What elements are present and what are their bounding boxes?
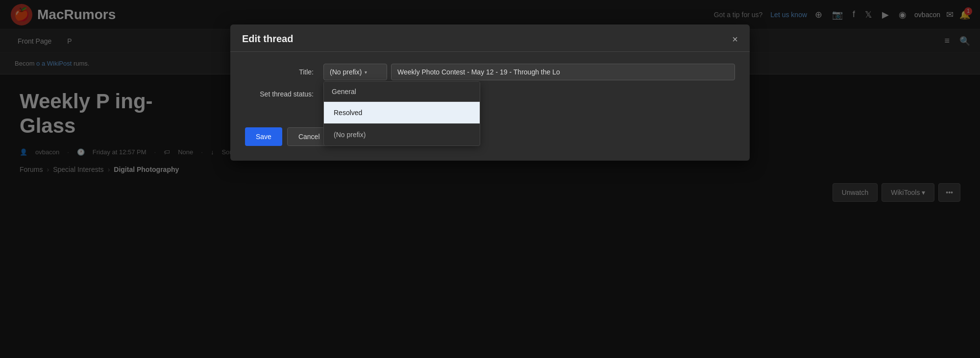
modal-body: Title: (No prefix) ▾ General Resolved (N… (230, 52, 750, 119)
modal-header: Edit thread × (230, 24, 750, 52)
edit-thread-modal: Edit thread × Title: (No prefix) ▾ Gener… (230, 24, 750, 161)
dropdown-general-header: General (324, 82, 480, 102)
modal-close-button[interactable]: × (732, 34, 738, 44)
prefix-arrow-icon: ▾ (365, 70, 367, 75)
prefix-dropdown-menu: General Resolved (No prefix) (323, 81, 480, 146)
status-form-row: Set thread status: (245, 90, 735, 98)
save-button[interactable]: Save (245, 127, 282, 146)
modal-footer: Save Cancel (230, 119, 750, 146)
modal-title: Edit thread (242, 33, 293, 45)
title-label: Title: (245, 68, 323, 76)
prefix-dropdown[interactable]: (No prefix) ▾ General Resolved (No prefi… (323, 64, 387, 80)
status-label: Set thread status: (245, 90, 323, 98)
prefix-value: (No prefix) (330, 68, 362, 76)
dropdown-item-resolved[interactable]: Resolved (324, 102, 480, 123)
dropdown-item-no-prefix[interactable]: (No prefix) (324, 124, 480, 145)
title-inputs: (No prefix) ▾ General Resolved (No prefi… (323, 64, 735, 80)
title-input-field[interactable] (391, 64, 735, 80)
title-form-row: Title: (No prefix) ▾ General Resolved (N… (245, 64, 735, 80)
